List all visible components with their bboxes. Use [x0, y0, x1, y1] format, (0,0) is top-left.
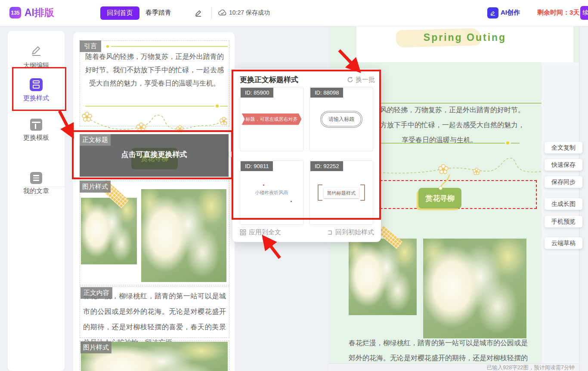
preview-paragraph2-line-2: 郊外的花海。无论是对樱花盛开的期待，还是对柳枝轻摆的 [349, 354, 528, 363]
left-sidebar: 大纲编辑 更换样式 更换模板 我的文章 [8, 31, 65, 371]
sidebar-item-outline-edit[interactable]: 大纲编辑 [8, 43, 65, 70]
bracket-title-preview: 简约标题样式 [318, 184, 365, 201]
sidebar-item-my-articles[interactable]: 我的文章 [8, 172, 65, 195]
change-style-hint[interactable]: 点击可直接更换样式 [80, 150, 229, 159]
intro-deco-line [111, 46, 228, 47]
style-id-chip: ID: 88098 [310, 88, 343, 98]
ribbon-title-preview: 标题，可居左或居右对齐 [242, 113, 302, 125]
popup-title: 更换正文标题样式 [240, 75, 298, 85]
preview-tulip-photo-left [349, 239, 417, 315]
style-id-chip: ID: 92252 [310, 161, 343, 171]
renew-button-partial[interactable]: 续 [580, 6, 588, 20]
edit-pencil-icon[interactable] [194, 8, 203, 18]
body-title-block[interactable]: 赏花寻柳 正文标题 点击可直接更换样式 [80, 134, 229, 177]
mobile-preview-button[interactable]: 手机预览 [545, 216, 582, 227]
ai-create-label[interactable]: AI创作 [501, 9, 520, 17]
pill-title-preview: 请输入标题 [322, 112, 361, 126]
preview-paragraph-line-1: 风的轻拂，万物复苏，正是外出踏青的好时节。 [380, 106, 525, 115]
cloud-draft-button[interactable]: 云端草稿 [545, 237, 582, 249]
style-card-92252[interactable]: 简约标题样式 ID: 92252 [309, 160, 373, 225]
image-style-label-2: 图片样式 [80, 341, 111, 353]
preview-article-title: Spring Outing [356, 32, 573, 43]
preview-rule-stub [511, 143, 520, 144]
refresh-batch-button[interactable]: 换一批 [347, 76, 375, 84]
reset-icon [327, 230, 333, 236]
change-template-icon [30, 119, 42, 131]
back-home-button[interactable]: 回到首页 [100, 6, 139, 20]
style-id-chip: ID: 85900 [241, 88, 273, 98]
sidebar-label-change-style: 更换样式 [8, 94, 65, 102]
flower-divider-graphic [81, 108, 227, 132]
sidebar-item-change-template[interactable]: 更换模板 [8, 119, 65, 142]
ai-create-pencil-icon[interactable] [487, 7, 498, 18]
document-title: 春季踏青 [145, 9, 171, 17]
section-title-button[interactable]: 赏花寻柳 [418, 188, 461, 208]
intro-bottom-dot [216, 104, 219, 107]
intro-section-label: 引言 [80, 40, 101, 52]
sidebar-label-outline-edit: 大纲编辑 [8, 61, 65, 70]
word-count-status: 已输入928字22图，预计阅读需7分钟 [329, 363, 579, 371]
change-title-style-popup: 更换正文标题样式 换一批 标题，可居左或居右对齐 ID: 85900 请输入标题… [232, 69, 381, 242]
editor-canvas: 引言 随着春风的轻拂，万物复苏，正是外出踏青的好时节。我们不妨放下手中的忙碌，一… [73, 32, 235, 371]
body-content-label: 正文内容 [80, 287, 112, 299]
app-logo-title: AI排版 [25, 6, 54, 19]
refresh-icon [347, 77, 353, 83]
plain-title-preview: 小楼昨夜听风雨 [255, 190, 288, 196]
refresh-batch-label: 换一批 [356, 76, 375, 84]
apply-to-all-button[interactable]: 应用到全文 [240, 228, 281, 236]
apply-grid-icon [240, 229, 246, 236]
style-card-90811[interactable]: 小楼昨夜听风雨 ID: 90811 [240, 160, 303, 225]
style-card-88098[interactable]: 请输入标题 ID: 88098 [309, 87, 373, 151]
section-title-text: 赏花寻柳 [425, 193, 455, 203]
reset-style-label: 回到初始样式 [335, 228, 374, 236]
copy-all-button[interactable]: 全文复制 [545, 142, 582, 153]
preview-right-gutter [542, 62, 579, 363]
apply-to-all-label: 应用到全文 [249, 228, 281, 236]
cloud-saved-icon [218, 8, 227, 18]
preview-header-block: Spring Outing [356, 26, 573, 62]
preview-paragraph-line-2: 方放下手中的忙碌，一起去感受大自然的魅力， [380, 121, 525, 130]
time-remaining-text: 剩余时间：3天 [537, 9, 579, 17]
intro-deco-dot [106, 45, 109, 48]
header-divider [211, 7, 212, 19]
logo-135-icon: 135 [9, 7, 21, 18]
image-style-label-1: 图片样式 [80, 181, 111, 193]
reset-style-button[interactable]: 回到初始样式 [327, 228, 374, 236]
style-id-chip: ID: 90811 [241, 161, 273, 171]
my-articles-icon [30, 172, 42, 184]
preview-tulip-photo-right [423, 239, 526, 338]
sidebar-label-change-template: 更换模板 [8, 134, 65, 142]
quick-save-button[interactable]: 快速保存 [545, 159, 582, 171]
intro-bottom-line [85, 106, 214, 107]
preview-rule-dot [506, 141, 509, 144]
generate-long-image-button[interactable]: 生成长图 [545, 198, 582, 210]
top-header: 135 AI排版 回到首页 春季踏青 10:27 保存成功 AI创作 剩余时间：… [0, 0, 588, 26]
style-card-85900[interactable]: 标题，可居左或居右对齐 ID: 85900 [240, 87, 303, 151]
preview-paragraph2-line-1: 春花烂漫，柳绿桃红，踏青的第一站可以是城市的公园或是 [349, 339, 528, 348]
intro-bottom-line-stub [220, 106, 228, 107]
tulip-photo-large[interactable] [141, 189, 226, 282]
tulip-photo-small[interactable] [81, 198, 137, 264]
outline-edit-pencil-icon [30, 43, 43, 57]
save-sync-button[interactable]: 保存同步 [545, 176, 582, 188]
tag-pin-dot [439, 186, 443, 190]
sidebar-label-my-articles: 我的文章 [8, 187, 65, 195]
sidebar-item-change-style[interactable]: 更换样式 [8, 78, 65, 102]
body-title-label: 正文标题 [80, 134, 111, 146]
change-style-icon [30, 78, 43, 91]
intro-paragraph[interactable]: 随着春风的轻拂，万物复苏，正是外出踏青的好时节。我们不妨放下手中的忙碌，一起去感… [85, 50, 224, 90]
save-status-text: 10:27 保存成功 [229, 9, 270, 17]
tag-string-decoration [431, 174, 457, 189]
